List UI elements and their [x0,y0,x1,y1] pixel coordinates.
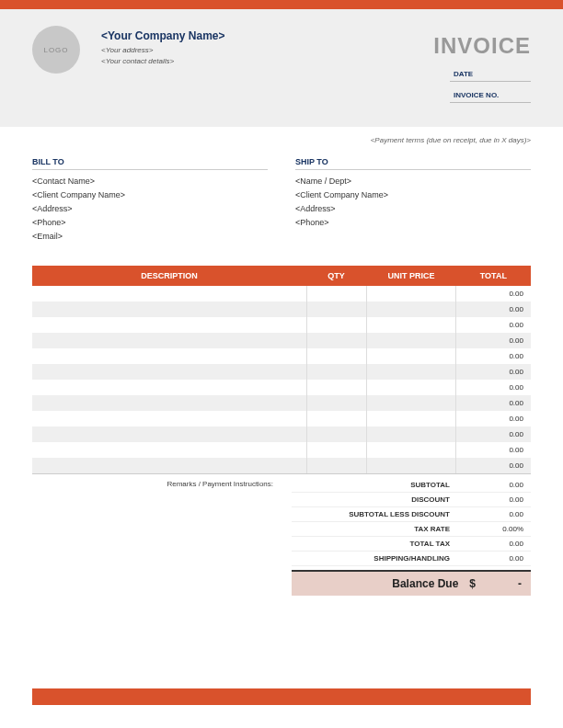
subtotal-less-value: 0.00 [468,510,523,518]
summary-table: SUBTOTAL0.00 DISCOUNT0.00 SUBTOTAL LESS … [292,478,531,596]
discount-value: 0.00 [468,495,523,504]
company-name: <Your Company Name> [101,29,433,42]
tax-rate-label: TAX RATE [299,525,468,533]
shipping-label: SHIPPING/HANDLING [299,554,468,563]
total-tax-label: TOTAL TAX [299,540,468,548]
row-total: 0.00 [456,442,531,458]
bottom-accent-bar [32,688,531,705]
invoice-title: INVOICE [433,33,531,59]
subtotal-less-label: SUBTOTAL LESS DISCOUNT [299,510,468,518]
ship-to-address: <Address> [295,204,531,213]
col-unit-price: UNIT PRICE [366,266,456,286]
line-items-table: DESCRIPTION QTY UNIT PRICE TOTAL 0.000.0… [32,266,531,474]
col-description: DESCRIPTION [32,266,306,286]
bill-to-address: <Address> [32,204,268,213]
row-total: 0.00 [456,348,531,364]
bill-to-section: BILL TO <Contact Name> <Client Company N… [32,157,268,245]
row-total: 0.00 [456,395,531,411]
table-row: 0.00 [32,301,531,317]
table-row: 0.00 [32,411,531,427]
payment-terms: <Payment terms (due on receipt, due in X… [32,136,531,144]
company-address: <Your address> [101,46,433,54]
bill-to-company: <Client Company Name> [32,190,268,199]
col-qty: QTY [306,266,366,286]
col-total: TOTAL [456,266,531,286]
table-row: 0.00 [32,348,531,364]
table-row: 0.00 [32,427,531,442]
balance-due-label: Balance Due [301,577,469,590]
row-total: 0.00 [456,317,531,333]
row-total: 0.00 [456,364,531,380]
balance-due-row: Balance Due $ - [292,570,531,596]
subtotal-value: 0.00 [468,481,523,489]
table-row: 0.00 [32,395,531,411]
bill-to-email: <Email> [32,232,268,241]
row-total: 0.00 [456,411,531,427]
ship-to-phone: <Phone> [295,218,531,227]
company-contact: <Your contact details> [101,57,433,65]
table-row: 0.00 [32,442,531,458]
total-tax-value: 0.00 [468,540,523,548]
subtotal-label: SUBTOTAL [299,481,468,489]
discount-label: DISCOUNT [299,495,468,504]
invoice-no-label: INVOICE NO. [450,91,531,103]
remarks-label: Remarks / Payment Instructions: [32,478,292,596]
top-accent-bar [0,0,563,9]
bill-to-contact: <Contact Name> [32,176,268,186]
row-total: 0.00 [456,286,531,301]
ship-to-company: <Client Company Name> [295,190,531,199]
table-row: 0.00 [32,286,531,301]
bill-to-phone: <Phone> [32,218,268,227]
table-row: 0.00 [32,380,531,395]
shipping-value: 0.00 [468,554,523,563]
row-total: 0.00 [456,458,531,473]
row-total: 0.00 [456,427,531,442]
row-total: 0.00 [456,301,531,317]
header: LOGO <Your Company Name> <Your address> … [0,9,563,127]
ship-to-name: <Name / Dept> [295,176,531,186]
bill-to-heading: BILL TO [32,157,268,170]
table-row: 0.00 [32,317,531,333]
logo-placeholder: LOGO [32,26,80,74]
ship-to-heading: SHIP TO [295,157,531,170]
row-total: 0.00 [456,333,531,348]
date-label: DATE [450,70,531,82]
balance-currency: $ [469,577,494,590]
tax-rate-value: 0.00% [468,525,523,533]
row-total: 0.00 [456,380,531,395]
balance-value: - [494,577,522,590]
ship-to-section: SHIP TO <Name / Dept> <Client Company Na… [295,157,531,245]
table-row: 0.00 [32,458,531,473]
table-row: 0.00 [32,333,531,348]
table-row: 0.00 [32,364,531,380]
